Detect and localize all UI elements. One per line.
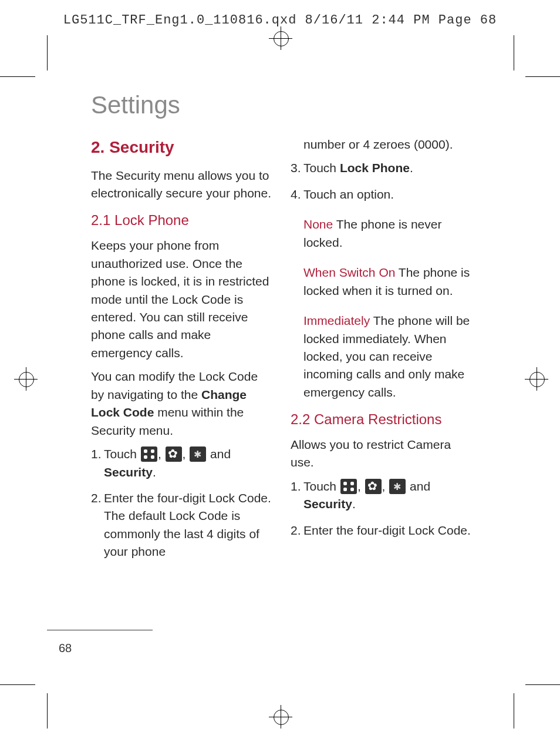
text: , (158, 447, 165, 461)
lock-step-2: 2. Enter the four-digit Lock Code. The d… (91, 489, 273, 561)
lock-step-2-cont: number or 4 zeroes (0000). (303, 136, 473, 153)
lock-phone-desc-2: You can modify the Lock Code by navigati… (91, 368, 273, 439)
step-body: Touch an option. (303, 186, 473, 203)
subsection-lock-phone: 2.1 Lock Phone (91, 210, 273, 231)
option-immediately: Immediately The phone will be locked imm… (303, 312, 473, 401)
step-number: 3. (291, 159, 303, 177)
footer-rule (47, 630, 153, 630)
step-number: 2. (91, 489, 104, 561)
subsection-camera-restrictions: 2.2 Camera Restrictions (291, 409, 473, 430)
step-body: Enter the four-digit Lock Code. (303, 522, 473, 539)
bold-text: Security (104, 465, 153, 479)
crop-mark (514, 693, 514, 728)
text: . (410, 161, 413, 174)
print-header-slug: LG511C_TRF_Eng1.0_110816.qxd 8/16/11 2:4… (0, 13, 560, 28)
security-intro: The Security menu allows you to electron… (91, 167, 273, 203)
option-when-switch-on: When Switch On The phone is locked when … (303, 264, 473, 300)
page-body: Settings 2. Security The Security menu a… (91, 91, 473, 569)
column-left: 2. Security The Security menu allows you… (91, 136, 273, 569)
step-body: Touch Lock Phone. (303, 159, 473, 177)
camera-step-1: 1. Touch , , and Security. (291, 478, 473, 513)
option-label: None (303, 217, 333, 231)
step-body: Enter the four-digit Lock Code. The defa… (104, 489, 273, 561)
tools-icon (389, 479, 406, 494)
step-number: 1. (91, 445, 104, 481)
crop-mark (525, 684, 560, 685)
bold-text: Security (303, 497, 352, 511)
lock-step-1: 1. Touch , , and Security. (91, 445, 273, 481)
text: , (183, 447, 190, 461)
text: and (207, 447, 231, 461)
crop-mark (0, 684, 35, 685)
step-number: 1. (291, 478, 303, 513)
step-body: Touch , , and Security. (104, 445, 273, 481)
text: Touch (104, 447, 140, 461)
registration-mark-icon (269, 705, 292, 728)
crop-mark (47, 35, 48, 70)
option-none: None The phone is never locked. (303, 216, 473, 251)
lock-phone-desc-1: Keeps your phone from unauthorized use. … (91, 237, 273, 362)
bold-text: Lock Phone (340, 161, 410, 174)
option-label: When Switch On (303, 266, 395, 279)
text: , (357, 479, 365, 493)
registration-mark-icon (269, 26, 292, 50)
step-number: 2. (291, 522, 303, 539)
text: . (352, 497, 356, 511)
lock-step-4: 4. Touch an option. (291, 186, 473, 203)
text: , (382, 479, 389, 493)
column-right: number or 4 zeroes (0000). 3. Touch Lock… (291, 136, 473, 569)
page-number: 68 (59, 642, 72, 655)
crop-mark (514, 35, 514, 70)
gear-icon (166, 446, 182, 462)
crop-mark (525, 76, 560, 77)
text: Touch (303, 161, 340, 174)
text: . (153, 465, 156, 479)
apps-icon (141, 446, 157, 462)
crop-mark (47, 693, 48, 728)
gear-icon (365, 479, 382, 494)
step-number: 4. (291, 186, 303, 203)
crop-mark (0, 76, 35, 77)
text: and (406, 479, 430, 493)
section-heading-security: 2. Security (91, 136, 273, 160)
registration-mark-icon (525, 367, 548, 391)
tools-icon (190, 446, 206, 462)
camera-restrictions-desc: Allows you to restrict Camera use. (291, 436, 473, 472)
lock-step-3: 3. Touch Lock Phone. (291, 159, 473, 177)
camera-step-2: 2. Enter the four-digit Lock Code. (291, 522, 473, 539)
text: Touch (303, 479, 340, 493)
page-title: Settings (91, 91, 473, 119)
step-body: Touch , , and Security. (303, 478, 473, 513)
option-label: Immediately (303, 314, 370, 327)
registration-mark-icon (14, 367, 38, 391)
apps-icon (340, 479, 357, 494)
